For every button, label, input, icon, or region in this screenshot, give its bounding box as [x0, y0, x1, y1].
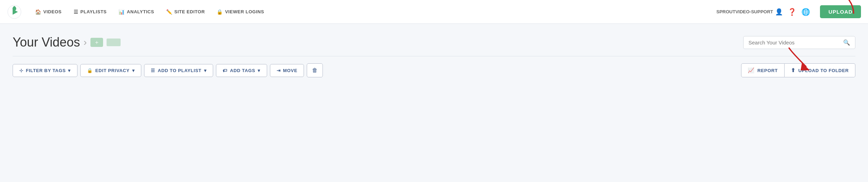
- main-content: Your Videos › ＋ 🔍 ⊹: [0, 24, 868, 84]
- move-icon: ⇥: [277, 68, 281, 73]
- playlists-icon: ☰: [74, 9, 79, 15]
- dropdown-arrow-icon-2: ▾: [132, 68, 135, 73]
- nav-videos[interactable]: 🏠 VIDEOS: [30, 6, 67, 18]
- add-folder-button[interactable]: ＋: [90, 38, 103, 47]
- upload-button[interactable]: UPLOAD: [820, 5, 861, 18]
- breadcrumb-arrow: ›: [83, 37, 87, 48]
- report-icon: 📈: [748, 67, 755, 74]
- move-button[interactable]: ⇥ MOVE: [270, 64, 304, 77]
- nav-analytics[interactable]: 📊 ANALYTICS: [114, 6, 159, 18]
- privacy-icon: 🔒: [87, 68, 93, 73]
- add-to-playlist-button[interactable]: ☰ ADD TO PLAYLIST ▾: [144, 64, 213, 77]
- toolbar: ⊹ FILTER BY TAGS ▾ 🔒 EDIT PRIVACY ▾ ☰ AD…: [13, 63, 855, 77]
- tags-icon: 🏷: [223, 68, 228, 73]
- home-icon: 🏠: [35, 9, 41, 15]
- username: SPROUTVIDEO-SUPPORT 👤: [716, 8, 783, 16]
- search-box[interactable]: 🔍: [743, 36, 855, 49]
- divider: [13, 56, 855, 56]
- edit-privacy-button[interactable]: 🔒 EDIT PRIVACY ▾: [80, 64, 141, 77]
- dropdown-arrow-icon-4: ▾: [258, 68, 260, 73]
- nav-right: SPROUTVIDEO-SUPPORT 👤 ❓ 🌐 UPLOAD: [716, 5, 861, 18]
- dropdown-arrow-icon: ▾: [68, 68, 71, 73]
- page-header: Your Videos › ＋ 🔍: [13, 35, 855, 50]
- nav-viewer-logins[interactable]: 🔒 VIEWER LOGINS: [212, 6, 269, 18]
- page-title-area: Your Videos › ＋: [13, 35, 121, 50]
- nav-playlists[interactable]: ☰ PLAYLISTS: [69, 6, 112, 18]
- help-button[interactable]: ❓: [788, 8, 796, 16]
- upload-folder-icon: ⬆: [791, 67, 796, 74]
- add-tags-button[interactable]: 🏷 ADD TAGS ▾: [216, 64, 267, 77]
- report-button[interactable]: 📈 REPORT: [741, 63, 785, 77]
- nav-links: 🏠 VIDEOS ☰ PLAYLISTS 📊 ANALYTICS ✏️ SITE…: [30, 6, 716, 18]
- user-icon: 👤: [775, 8, 783, 16]
- search-icon: 🔍: [843, 39, 850, 46]
- plus-icon: ＋: [94, 39, 100, 46]
- toolbar-left: ⊹ FILTER BY TAGS ▾ 🔒 EDIT PRIVACY ▾ ☰ AD…: [13, 63, 741, 77]
- filter-icon: ⊹: [19, 68, 23, 73]
- globe-button[interactable]: 🌐: [801, 8, 810, 16]
- lock-icon: 🔒: [217, 9, 223, 15]
- upload-to-folder-button[interactable]: ⬆ UPLOAD TO FOLDER: [785, 63, 855, 77]
- toolbar-right: 📈 REPORT ⬆ UPLOAD TO FOLDER: [741, 63, 855, 77]
- trash-icon: 🗑: [312, 67, 318, 74]
- dropdown-arrow-icon-3: ▾: [204, 68, 207, 73]
- navbar: 🏠 VIDEOS ☰ PLAYLISTS 📊 ANALYTICS ✏️ SITE…: [0, 0, 868, 24]
- playlist-icon: ☰: [151, 68, 155, 73]
- toolbar-area: ⊹ FILTER BY TAGS ▾ 🔒 EDIT PRIVACY ▾ ☰ AD…: [13, 63, 855, 77]
- nav-site-editor[interactable]: ✏️ SITE EDITOR: [161, 6, 210, 18]
- site-editor-icon: ✏️: [166, 9, 172, 15]
- search-input[interactable]: [748, 40, 840, 46]
- delete-button[interactable]: 🗑: [307, 63, 323, 77]
- analytics-icon: 📊: [118, 9, 125, 15]
- filter-by-tags-button[interactable]: ⊹ FILTER BY TAGS ▾: [13, 64, 77, 77]
- logo[interactable]: [7, 5, 22, 19]
- page-title: Your Videos: [13, 35, 80, 50]
- folder-hint: [107, 38, 121, 46]
